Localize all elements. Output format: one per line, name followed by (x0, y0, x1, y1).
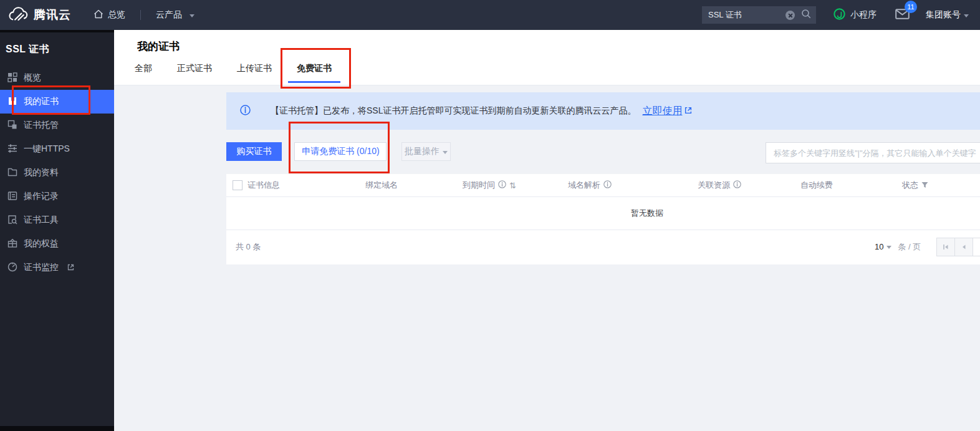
nav-overview-label: 总览 (108, 9, 125, 21)
first-page-button[interactable] (936, 238, 955, 256)
table-header-row: 证书信息 绑定域名 到期时间 ⇅ 域名解析 关联资源 (226, 174, 980, 196)
column-label: 自动续费 (800, 180, 833, 191)
sidebar-item-my-certificates[interactable]: 我的证书 (0, 90, 114, 114)
sidebar: SSL 证书 概览 我的证书 (0, 30, 114, 431)
info-banner: 【证书托管】已发布，将SSL证书开启托管即可实现证书到期前自动更新关联的腾讯云云… (226, 92, 980, 130)
column-header-associated-resources: 关联资源 (698, 180, 800, 191)
sidebar-item-label: 我的资料 (24, 167, 59, 178)
info-icon[interactable] (498, 180, 506, 190)
hosting-icon (7, 120, 17, 132)
column-label: 状态 (902, 180, 918, 191)
empty-state-text: 暂无数据 (631, 208, 663, 219)
external-link-icon (685, 105, 692, 117)
column-header-status: 状态 (902, 180, 980, 191)
overview-grid-icon (7, 72, 17, 84)
nav-products-label: 云产品 (156, 9, 182, 21)
column-header-bound-domain: 绑定域名 (365, 180, 463, 191)
prev-page-button[interactable] (954, 238, 973, 256)
sidebar-item-overview[interactable]: 概览 (0, 66, 114, 90)
chevron-down-icon (190, 14, 195, 17)
sidebar-bottom-bar (0, 426, 114, 431)
banner-text: 【证书托管】已发布，将SSL证书开启托管即可实现证书到期前自动更新关联的腾讯云云… (271, 105, 636, 117)
tag-filter-input[interactable] (766, 142, 980, 163)
top-navbar: 腾讯云 总览 云产品 (0, 0, 980, 30)
gift-icon (7, 238, 17, 250)
certificates-table: 证书信息 绑定域名 到期时间 ⇅ 域名解析 关联资源 (226, 174, 980, 264)
nav-overview[interactable]: 总览 (94, 9, 125, 21)
info-icon (240, 105, 251, 118)
brand-label: 腾讯云 (34, 7, 71, 23)
search-icon[interactable] (801, 9, 811, 21)
tencent-cloud-logo-icon (8, 6, 28, 25)
column-header-domain-resolution: 域名解析 (568, 180, 698, 191)
sidebar-item-label: 一键HTTPS (24, 143, 70, 155)
document-lines-icon (7, 191, 17, 203)
home-icon (94, 9, 103, 21)
tab-free-certificates[interactable]: 免费证书 (288, 62, 340, 83)
nav-account[interactable]: 集团账号 (926, 9, 969, 21)
select-all-checkbox[interactable] (233, 180, 243, 190)
sidebar-item-my-benefits[interactable]: 我的权益 (0, 232, 114, 256)
page-number-box[interactable] (973, 238, 980, 256)
page-size-select[interactable]: 10 (875, 242, 891, 251)
nav-search-box[interactable] (702, 6, 816, 24)
nav-miniprogram[interactable]: 小程序 (833, 8, 877, 22)
sidebar-item-label: 我的权益 (24, 238, 59, 249)
gauge-icon (7, 262, 17, 274)
message-count-badge: 11 (905, 1, 917, 13)
brand[interactable]: 腾讯云 (8, 6, 71, 25)
sidebar-item-label: 证书工具 (24, 215, 59, 226)
batch-operation-button[interactable]: 批量操作 (401, 142, 451, 161)
column-label: 域名解析 (568, 180, 600, 191)
per-page-label: 条 / 页 (898, 241, 921, 253)
apply-free-certificate-button[interactable]: 申请免费证书 (0/10) (294, 142, 387, 161)
info-icon[interactable] (733, 180, 741, 190)
certificate-icon (7, 96, 17, 108)
tab-paid-certificates[interactable]: 正式证书 (168, 62, 221, 83)
tab-uploaded-certificates[interactable]: 上传证书 (228, 62, 281, 83)
empty-state: 暂无数据 (226, 196, 980, 230)
miniprogram-icon (833, 8, 845, 22)
chevron-down-icon (443, 151, 448, 154)
banner-use-now-link[interactable]: 立即使用 (642, 105, 682, 118)
total-count: 共 0 条 (236, 241, 261, 253)
tabs: 全部 正式证书 上传证书 免费证书 (114, 62, 980, 83)
sidebar-item-cert-monitoring[interactable]: 证书监控 (0, 256, 114, 279)
column-label: 绑定域名 (365, 180, 398, 191)
batch-operation-label: 批量操作 (405, 146, 440, 157)
nav-search-input[interactable] (708, 11, 785, 20)
sidebar-item-label: 我的证书 (24, 96, 59, 107)
column-label: 到期时间 (463, 180, 495, 191)
column-label: 证书信息 (247, 180, 280, 191)
filter-icon[interactable] (921, 181, 928, 190)
table-footer: 共 0 条 10 条 / 页 (226, 230, 980, 263)
sidebar-item-cert-tools[interactable]: 证书工具 (0, 208, 114, 232)
column-header-expiry: 到期时间 ⇅ (463, 180, 568, 191)
sidebar-menu: 概览 我的证书 证书托管 (0, 66, 114, 279)
info-icon[interactable] (603, 180, 612, 190)
toolbar: 购买证书 申请免费证书 (0/10) 批量操作 (226, 142, 980, 163)
column-header-auto-renew: 自动续费 (800, 180, 902, 191)
navbar-right: 小程序 11 集团账号 (702, 6, 969, 24)
doc-search-icon (7, 215, 17, 226)
sidebar-item-label: 操作记录 (24, 191, 59, 202)
sidebar-item-cert-hosting[interactable]: 证书托管 (0, 114, 114, 137)
column-label: 关联资源 (698, 180, 730, 191)
nav-account-label: 集团账号 (926, 9, 961, 21)
sidebar-title: SSL 证书 (0, 32, 114, 56)
sidebar-item-my-profile[interactable]: 我的资料 (0, 161, 114, 185)
pagination: 10 条 / 页 (875, 238, 980, 256)
sidebar-item-one-click-https[interactable]: 一键HTTPS (0, 137, 114, 161)
page-title: 我的证书 (114, 30, 980, 54)
buy-certificate-button[interactable]: 购买证书 (226, 142, 282, 161)
main-content: 我的证书 全部 正式证书 上传证书 免费证书 【证书托管】已发布，将SSL证书开… (114, 30, 980, 431)
sidebar-item-label: 证书托管 (24, 120, 59, 131)
sort-icon[interactable]: ⇅ (509, 181, 516, 190)
sidebar-item-label: 证书监控 (24, 262, 59, 273)
nav-messages[interactable]: 11 (895, 9, 910, 22)
clear-icon[interactable] (785, 11, 795, 20)
select-all-cell (226, 180, 247, 190)
tab-all[interactable]: 全部 (126, 62, 161, 83)
nav-products[interactable]: 云产品 (156, 9, 195, 21)
sidebar-item-operation-log[interactable]: 操作记录 (0, 185, 114, 208)
